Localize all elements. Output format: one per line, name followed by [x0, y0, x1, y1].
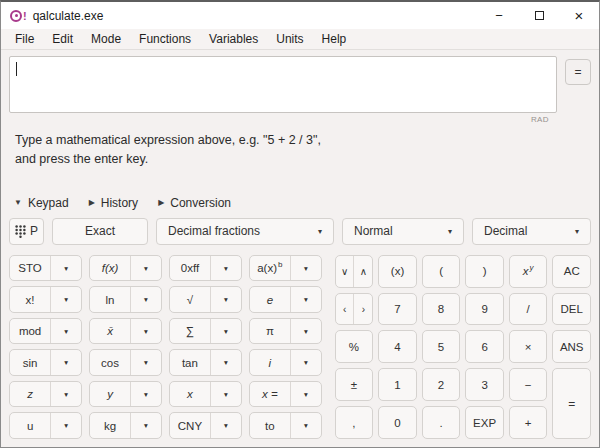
dropdown-arrow-icon[interactable]: ▾	[291, 256, 321, 281]
keypad-button-factorial[interactable]: x! ▾	[9, 286, 82, 313]
key-percent[interactable]: %	[335, 330, 374, 363]
menu-file[interactable]: File	[6, 30, 43, 48]
dropdown-arrow-icon[interactable]: ▾	[131, 287, 161, 312]
dropdown-arrow-icon[interactable]: ▾	[291, 350, 321, 375]
key-2[interactable]: 2	[422, 368, 461, 401]
dropdown-arrow-icon[interactable]: ▾	[51, 256, 81, 281]
keypad-button-var-y[interactable]: y ▾	[89, 381, 162, 408]
dropdown-arrow-icon[interactable]: ▾	[51, 287, 81, 312]
keypad-button-cos[interactable]: cos ▾	[89, 349, 162, 376]
menu-help[interactable]: Help	[313, 30, 356, 48]
fraction-mode-dropdown[interactable]: Decimal fractions ▾	[156, 218, 334, 245]
dropdown-arrow-icon[interactable]: ▾	[131, 413, 161, 438]
number-base-dropdown[interactable]: Decimal ▾	[472, 218, 591, 245]
key-power[interactable]: xy	[509, 255, 548, 288]
keypad-button-sum[interactable]: ∑ ▾	[169, 318, 242, 345]
key-7[interactable]: 7	[378, 293, 417, 326]
keypad-button-unit-u[interactable]: u ▾	[9, 412, 82, 439]
key-divide[interactable]: /	[509, 293, 548, 326]
key-3[interactable]: 3	[465, 368, 504, 401]
key-plus[interactable]: +	[509, 406, 548, 439]
keypad-button-power-a[interactable]: a(x)b ▾	[249, 255, 322, 282]
display-mode-dropdown[interactable]: Normal ▾	[342, 218, 464, 245]
key-exp[interactable]: EXP	[465, 406, 504, 439]
dropdown-arrow-icon[interactable]: ▾	[291, 287, 321, 312]
expression-input[interactable]	[9, 56, 557, 113]
dropdown-arrow-icon[interactable]: ▾	[131, 319, 161, 344]
cursor-down-button[interactable]: ∨	[336, 256, 354, 287]
dropdown-arrow-icon[interactable]: ▾	[51, 413, 81, 438]
key-equals[interactable]: =	[552, 368, 591, 439]
dropdown-arrow-icon[interactable]: ▾	[291, 319, 321, 344]
dropdown-arrow-icon[interactable]: ▾	[51, 319, 81, 344]
dropdown-arrow-icon[interactable]: ▾	[211, 350, 241, 375]
key-4[interactable]: 4	[378, 330, 417, 363]
keypad-button-ln[interactable]: ln ▾	[89, 286, 162, 313]
key-x-parenthesized[interactable]: (x)	[378, 255, 417, 288]
dropdown-arrow-icon[interactable]: ▾	[211, 319, 241, 344]
dropdown-arrow-icon[interactable]: ▾	[131, 256, 161, 281]
keypad-button-sqrt[interactable]: √ ▾	[169, 286, 242, 313]
menu-edit[interactable]: Edit	[43, 30, 82, 48]
key-0[interactable]: 0	[378, 406, 417, 439]
keypad-button-e[interactable]: e ▾	[249, 286, 322, 313]
menu-mode[interactable]: Mode	[82, 30, 130, 48]
keypad-button-var-z[interactable]: z ▾	[9, 381, 82, 408]
key-comma[interactable]: ,	[335, 406, 374, 439]
exact-mode-button[interactable]: Exact	[52, 218, 148, 245]
cursor-up-button[interactable]: ∧	[353, 256, 372, 287]
key-decimal-point[interactable]: .	[422, 406, 461, 439]
keypad-button-mean[interactable]: x̄ ▾	[89, 318, 162, 345]
keypad-button-tan[interactable]: tan ▾	[169, 349, 242, 376]
keypad-button-solve[interactable]: x = ▾	[249, 381, 322, 408]
keypad-button-unit-kg[interactable]: kg ▾	[89, 412, 162, 439]
dropdown-arrow-icon[interactable]: ▾	[51, 382, 81, 407]
expression-row: =	[9, 56, 591, 113]
key-5[interactable]: 5	[422, 330, 461, 363]
dropdown-arrow-icon[interactable]: ▾	[131, 350, 161, 375]
toggle-keypad[interactable]: ▼ Keypad	[14, 196, 69, 210]
keypad-button-function[interactable]: f(x) ▾	[89, 255, 162, 282]
key-ans[interactable]: ANS	[552, 330, 591, 363]
menu-functions[interactable]: Functions	[130, 30, 200, 48]
key-plus-minus[interactable]: ±	[335, 368, 374, 401]
key-minus[interactable]: −	[509, 368, 548, 401]
minimize-button[interactable]: −	[479, 2, 519, 29]
key-6[interactable]: 6	[465, 330, 504, 363]
key-ac[interactable]: AC	[552, 255, 591, 288]
dropdown-arrow-icon[interactable]: ▾	[291, 413, 321, 438]
cursor-right-button[interactable]: ›	[353, 294, 372, 325]
maximize-button[interactable]	[519, 2, 559, 29]
keypad-button-mod[interactable]: mod ▾	[9, 318, 82, 345]
keypad-button-var-x[interactable]: x ▾	[169, 381, 242, 408]
calculate-button[interactable]: =	[565, 59, 591, 85]
dropdown-arrow-icon[interactable]: ▾	[211, 287, 241, 312]
dropdown-arrow-icon[interactable]: ▾	[211, 413, 241, 438]
programming-keypad-button[interactable]: P	[9, 218, 44, 245]
keypad-button-imaginary[interactable]: i ▾	[249, 349, 322, 376]
dropdown-arrow-icon[interactable]: ▾	[131, 382, 161, 407]
menu-variables[interactable]: Variables	[200, 30, 267, 48]
cursor-left-button[interactable]: ‹	[336, 294, 354, 325]
keypad-button-hex[interactable]: 0xff ▾	[169, 255, 242, 282]
key-close-paren[interactable]: )	[465, 255, 504, 288]
key-open-paren[interactable]: (	[422, 255, 461, 288]
keypad-button-currency-cny[interactable]: CNY ▾	[169, 412, 242, 439]
dropdown-arrow-icon[interactable]: ▾	[291, 382, 321, 407]
key-multiply[interactable]: ×	[509, 330, 548, 363]
dropdown-arrow-icon[interactable]: ▾	[51, 350, 81, 375]
key-8[interactable]: 8	[422, 293, 461, 326]
toggle-history[interactable]: ▶ History	[89, 196, 139, 210]
keypad-button-pi[interactable]: π ▾	[249, 318, 322, 345]
toggle-conversion[interactable]: ▶ Conversion	[158, 196, 231, 210]
menu-units[interactable]: Units	[267, 30, 312, 48]
key-del[interactable]: DEL	[552, 293, 591, 326]
close-button[interactable]: ×	[559, 2, 599, 29]
keypad-button-convert-to[interactable]: to ▾	[249, 412, 322, 439]
key-9[interactable]: 9	[465, 293, 504, 326]
keypad-button-sin[interactable]: sin ▾	[9, 349, 82, 376]
dropdown-arrow-icon[interactable]: ▾	[211, 382, 241, 407]
keypad-button-sto[interactable]: STO ▾	[9, 255, 82, 282]
dropdown-arrow-icon[interactable]: ▾	[211, 256, 241, 281]
key-1[interactable]: 1	[378, 368, 417, 401]
